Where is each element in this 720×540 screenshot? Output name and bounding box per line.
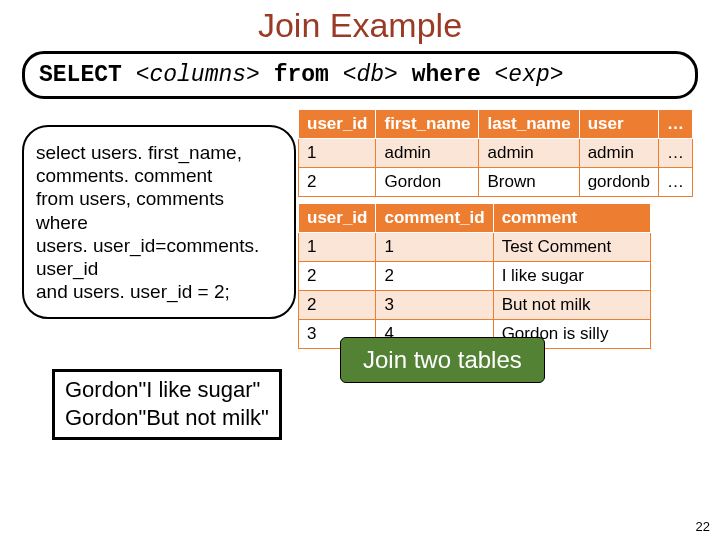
table-row: 1 1 Test Comment xyxy=(299,233,651,262)
cell: 2 xyxy=(299,262,376,291)
comments-table: user_id comment_id comment 1 1 Test Comm… xyxy=(298,203,651,349)
table-header-row: user_id comment_id comment xyxy=(299,204,651,233)
cell: 2 xyxy=(299,168,376,197)
cell: 2 xyxy=(376,262,493,291)
query-line: user_id xyxy=(36,257,284,280)
query-box: select users. first_name, comments. comm… xyxy=(22,125,296,319)
cell: … xyxy=(659,168,693,197)
result-box: Gordon"I like sugar" Gordon"But not milk… xyxy=(52,369,282,440)
cell: 1 xyxy=(299,233,376,262)
callout-join: Join two tables xyxy=(340,337,545,383)
cell: admin xyxy=(376,139,479,168)
table-row: 2 3 But not milk xyxy=(299,291,651,320)
sql-kw-select: SELECT xyxy=(39,62,136,88)
th-first-name: first_name xyxy=(376,110,479,139)
users-table: user_id first_name last_name user … 1 ad… xyxy=(298,109,693,197)
cell: I like sugar xyxy=(493,262,650,291)
cell: 1 xyxy=(299,139,376,168)
th-more: … xyxy=(659,110,693,139)
cell: admin xyxy=(579,139,658,168)
th-last-name: last_name xyxy=(479,110,579,139)
table-row: 2 Gordon Brown gordonb … xyxy=(299,168,693,197)
sql-syntax-box: SELECT <columns> from <db> where <exp> xyxy=(22,51,698,99)
th-comment-id: comment_id xyxy=(376,204,493,233)
th-user: user xyxy=(579,110,658,139)
query-line: select users. first_name, xyxy=(36,141,284,164)
table-row: 1 admin admin admin … xyxy=(299,139,693,168)
result-line: Gordon"I like sugar" xyxy=(65,376,269,404)
table-header-row: user_id first_name last_name user … xyxy=(299,110,693,139)
cell: Test Comment xyxy=(493,233,650,262)
cell: 1 xyxy=(376,233,493,262)
th-comment: comment xyxy=(493,204,650,233)
result-line: Gordon"But not milk" xyxy=(65,404,269,432)
slide: Join Example SELECT <columns> from <db> … xyxy=(0,0,720,540)
sql-kw-where: where xyxy=(398,62,495,88)
slide-title: Join Example xyxy=(0,0,720,45)
cell: Brown xyxy=(479,168,579,197)
th-user-id: user_id xyxy=(299,204,376,233)
cell: 2 xyxy=(299,291,376,320)
cell: 3 xyxy=(376,291,493,320)
query-line: comments. comment xyxy=(36,164,284,187)
cell: But not milk xyxy=(493,291,650,320)
cell: … xyxy=(659,139,693,168)
sql-ph-exp: <exp> xyxy=(495,62,564,88)
query-line: users. user_id=comments. xyxy=(36,234,284,257)
cell: Gordon xyxy=(376,168,479,197)
sql-kw-from: from xyxy=(260,62,343,88)
sql-ph-db: <db> xyxy=(343,62,398,88)
th-user-id: user_id xyxy=(299,110,376,139)
table-row: 2 2 I like sugar xyxy=(299,262,651,291)
query-line: and users. user_id = 2; xyxy=(36,280,284,303)
query-line: where xyxy=(36,211,284,234)
cell: admin xyxy=(479,139,579,168)
query-line: from users, comments xyxy=(36,187,284,210)
sql-ph-columns: <columns> xyxy=(136,62,260,88)
cell: gordonb xyxy=(579,168,658,197)
page-number: 22 xyxy=(696,519,710,534)
